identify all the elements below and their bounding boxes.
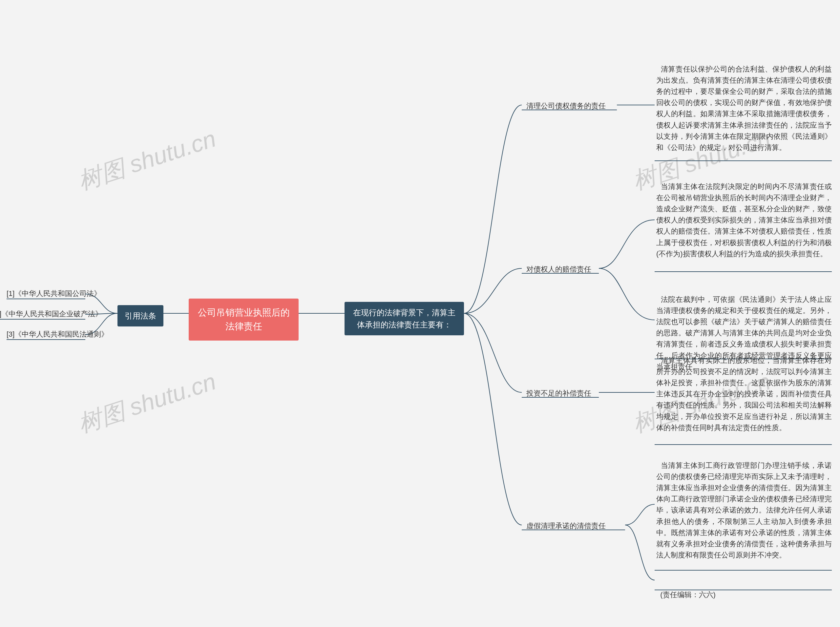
sub-node-investment-shortfall[interactable]: 投资不足的补偿责任 (524, 386, 593, 400)
reference-text: [3]《中华人民共和国民法通则》 (6, 330, 108, 338)
sub-label: 对债权人的赔偿责任 (526, 265, 591, 273)
sub-node-false-promise[interactable]: 虚假清理承诺的清偿责任 (524, 519, 608, 533)
leaf-text[interactable]: 清算主体具有实际上的股东地位，当清算主体存在对所开办的公司投资不足的情况时，法院… (656, 344, 832, 433)
root-title: 公司吊销营业执照后的法律责任 (198, 307, 290, 331)
sub-node-debt-clearing[interactable]: 清理公司债权债务的责任 (524, 99, 608, 113)
leaf-body: 当清算主体在法院判决限定的时间内不尽清算责任或在公司被吊销营业执照后的长时间内不… (656, 183, 832, 258)
leaf-text[interactable]: 当清算主体到工商行政管理部门办理注销手续，承诺公司的债权债务已经清理完毕而实际上… (656, 449, 832, 561)
sub-label: 清理公司债权债务的责任 (526, 102, 606, 110)
branch-references-label: 引用法条 (125, 311, 156, 320)
reference-item[interactable]: [2]《中华人民共和国企业破产法》 (0, 309, 102, 320)
sub-label: 虚假清理承诺的清偿责任 (526, 522, 606, 530)
reference-text: [1]《中华人民共和国公司法》 (6, 289, 101, 298)
watermark: 树图 shutu.cn (74, 366, 220, 440)
reference-item[interactable]: [1]《中华人民共和国公司法》 (6, 288, 101, 299)
leaf-body: (责任编辑：六六) (660, 591, 715, 599)
leaf-text[interactable]: 清算责任以保护公司的合法利益、保护债权人的利益为出发点。负有清算责任的清算主体在… (656, 52, 832, 153)
sub-label: 投资不足的补偿责任 (526, 389, 591, 397)
branch-references[interactable]: 引用法条 (117, 305, 163, 326)
root-node[interactable]: 公司吊销营业执照后的法律责任 (189, 299, 299, 340)
reference-item[interactable]: [3]《中华人民共和国民法通则》 (6, 329, 108, 340)
watermark: 树图 shutu.cn (74, 123, 220, 197)
branch-liabilities[interactable]: 在现行的法律背景下，清算主体承担的法律责任主要有： (345, 302, 464, 335)
leaf-body: 当清算主体到工商行政管理部门办理注销手续，承诺公司的债权债务已经清理完毕而实际上… (656, 461, 832, 559)
leaf-text[interactable]: (责任编辑：六六) (656, 578, 832, 600)
leaf-text[interactable]: 当清算主体在法院判决限定的时间内不尽清算责任或在公司被吊销营业执照后的长时间内不… (656, 170, 832, 260)
sub-node-creditor-compensation[interactable]: 对债权人的赔偿责任 (524, 263, 593, 276)
mindmap-canvas: 树图 shutu.cn 树图 shutu.cn 树图 shutu.cn 树图 s… (0, 0, 840, 627)
reference-text: [2]《中华人民共和国企业破产法》 (0, 310, 102, 318)
branch-liabilities-label: 在现行的法律背景下，清算主体承担的法律责任主要有： (353, 308, 455, 329)
leaf-body: 清算主体具有实际上的股东地位，当清算主体存在对所开办的公司投资不足的情况时，法院… (656, 356, 832, 432)
leaf-body: 清算责任以保护公司的合法利益、保护债权人的利益为出发点。负有清算责任的清算主体在… (656, 65, 832, 151)
